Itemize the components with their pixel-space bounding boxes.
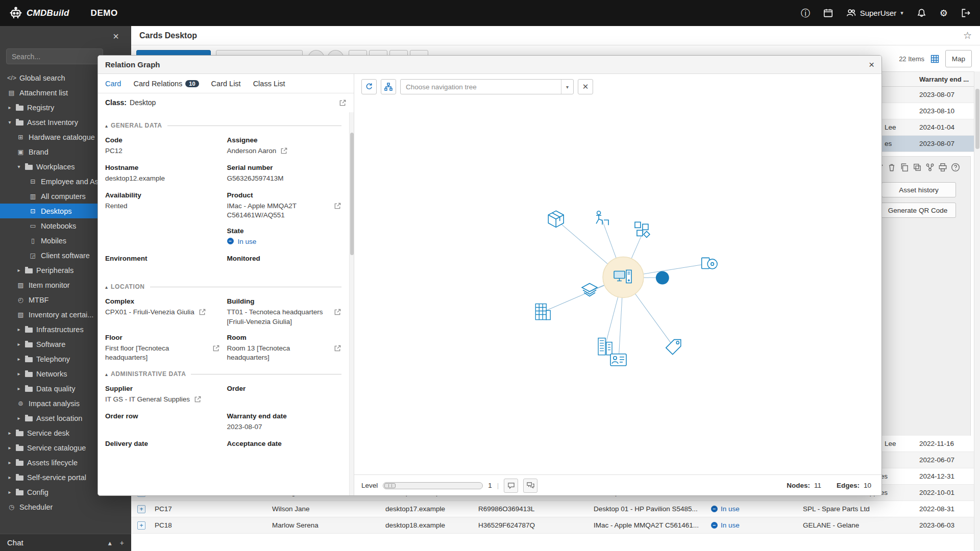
external-link-icon[interactable] bbox=[334, 308, 341, 316]
relations-graph-icon[interactable] bbox=[925, 163, 935, 172]
expand-arrow-icon[interactable]: ▸ bbox=[7, 460, 12, 465]
map-button[interactable]: Map bbox=[945, 50, 972, 67]
clear-navigation-tree-button[interactable]: ✕ bbox=[578, 79, 593, 94]
comment-button[interactable] bbox=[504, 479, 518, 493]
refresh-graph-button[interactable] bbox=[361, 79, 377, 94]
relation-graph[interactable] bbox=[354, 99, 881, 474]
card-panel-scrollbar-thumb[interactable] bbox=[350, 133, 354, 255]
folder-icon bbox=[25, 328, 33, 333]
asset-tag-node[interactable] bbox=[666, 340, 681, 355]
sidebar-close-icon[interactable]: × bbox=[113, 31, 119, 41]
external-link-icon[interactable] bbox=[199, 308, 206, 316]
external-link-icon[interactable] bbox=[194, 395, 202, 403]
sidebar-item-label: Data quality bbox=[36, 385, 76, 393]
field-label: Monitored bbox=[227, 255, 342, 262]
logout-icon[interactable] bbox=[961, 8, 971, 18]
sidebar-item[interactable]: ◷ Scheduler bbox=[0, 499, 131, 514]
chat-add-icon[interactable]: + bbox=[120, 539, 124, 547]
class-group-node[interactable] bbox=[635, 222, 650, 237]
section-administrative-data[interactable]: ADMINISTRATIVE DATA bbox=[105, 370, 341, 378]
external-link-icon[interactable] bbox=[212, 344, 220, 352]
buildings-node[interactable] bbox=[598, 338, 612, 355]
chat-collapse-icon[interactable]: ▴ bbox=[108, 539, 112, 547]
relation-graph-modal: Relation Graph × Card Card Relations10 C… bbox=[97, 55, 882, 496]
favorite-star-icon[interactable]: ☆ bbox=[963, 30, 972, 41]
expand-arrow-icon[interactable]: ▸ bbox=[7, 430, 12, 436]
gear-icon[interactable]: ⚙ bbox=[940, 8, 948, 19]
graph-canvas[interactable] bbox=[354, 99, 881, 474]
expand-arrow-icon[interactable]: ▸ bbox=[16, 356, 21, 362]
plain-node[interactable] bbox=[656, 271, 669, 284]
office-building-node[interactable] bbox=[535, 304, 550, 320]
expand-arrow-icon[interactable]: ▸ bbox=[7, 105, 12, 110]
section-location[interactable]: LOCATION bbox=[105, 283, 341, 290]
level-slider[interactable] bbox=[383, 482, 483, 489]
external-link-icon[interactable] bbox=[280, 147, 288, 155]
print-icon[interactable] bbox=[938, 163, 947, 172]
help-icon[interactable] bbox=[951, 163, 960, 172]
sidebar-item-label: Asset location bbox=[36, 414, 82, 422]
tab-card[interactable]: Card bbox=[105, 80, 121, 88]
field-value: TT01 - Tecnoteca headquarters [Friuli-Ve… bbox=[227, 308, 330, 326]
navigation-tree-select[interactable]: Choose navigation tree ▾ bbox=[400, 79, 574, 94]
copy-icon[interactable] bbox=[900, 163, 909, 172]
grid-scrollbar[interactable] bbox=[974, 71, 980, 551]
expand-arrow-icon[interactable]: ▸ bbox=[16, 415, 21, 421]
generate-qr-button[interactable]: Generate QR Code bbox=[879, 203, 956, 218]
sidebar-item-label: Client software bbox=[41, 252, 90, 260]
select-caret-icon[interactable]: ▾ bbox=[561, 80, 573, 94]
sidebar-item-label: Asset Inventory bbox=[27, 118, 78, 127]
bell-icon[interactable] bbox=[917, 8, 926, 18]
card-panel-scrollbar[interactable] bbox=[349, 112, 354, 496]
external-link-icon[interactable] bbox=[334, 344, 341, 352]
external-link-icon[interactable] bbox=[334, 202, 341, 210]
software-media-node[interactable] bbox=[702, 258, 717, 269]
tab-card-relations[interactable]: Card Relations10 bbox=[133, 80, 199, 88]
section-general-data[interactable]: GENERAL DATA bbox=[105, 122, 341, 129]
level-slider-thumb[interactable] bbox=[384, 483, 396, 488]
user-menu[interactable]: SuperUser ▾ bbox=[846, 8, 903, 18]
expand-arrow-icon[interactable]: ▸ bbox=[16, 267, 21, 273]
table-row[interactable]: + PC18 Marlow Serena desktop18.example H… bbox=[131, 517, 974, 534]
expand-row-icon[interactable]: + bbox=[137, 505, 145, 513]
expand-arrow-icon[interactable]: ▸ bbox=[16, 386, 21, 391]
sidebar-item-label: Hardware catalogue bbox=[29, 133, 95, 141]
navigation-tree-button[interactable] bbox=[381, 79, 396, 94]
modal-close-icon[interactable]: × bbox=[869, 60, 874, 69]
expand-arrow-icon[interactable]: ▸ bbox=[16, 327, 21, 332]
workstation-node[interactable] bbox=[596, 211, 608, 226]
expand-row-icon[interactable]: + bbox=[137, 521, 145, 530]
sidebar-search-input[interactable] bbox=[6, 48, 103, 64]
expand-arrow-icon[interactable]: ▸ bbox=[16, 371, 21, 377]
comments-button[interactable] bbox=[523, 479, 537, 493]
cell-supplier: GELANE - Gelane bbox=[800, 521, 916, 529]
expand-arrow-icon[interactable]: ▾ bbox=[7, 119, 12, 125]
expand-arrow-icon[interactable]: ▸ bbox=[7, 489, 12, 495]
clone-icon[interactable] bbox=[913, 163, 922, 172]
cmdbuild-logo[interactable]: CMDBuild bbox=[9, 7, 69, 20]
cell-warranty-end: 2023-08-10 bbox=[916, 107, 974, 115]
graph-panel: Choose navigation tree ▾ ✕ Level 1 | bbox=[354, 74, 881, 496]
table-row[interactable]: + PC17 Wilson Jane desktop17.example R69… bbox=[131, 501, 974, 517]
expand-arrow-icon[interactable]: ▸ bbox=[7, 474, 12, 480]
chat-bar[interactable]: Chat ▴ + bbox=[0, 534, 131, 551]
users-icon bbox=[846, 8, 856, 18]
grid-view-icon[interactable] bbox=[930, 55, 939, 63]
delete-icon[interactable] bbox=[887, 163, 896, 172]
calendar-icon[interactable] bbox=[823, 8, 833, 18]
open-card-icon[interactable] bbox=[339, 99, 347, 107]
info-icon[interactable]: ⓘ bbox=[801, 7, 810, 19]
employee-badge-node[interactable] bbox=[610, 354, 626, 366]
asset-history-button[interactable]: Asset history bbox=[881, 182, 956, 197]
expand-arrow-icon[interactable]: ▾ bbox=[16, 164, 21, 169]
expand-arrow-icon[interactable]: ▸ bbox=[16, 341, 21, 347]
warranty-column-header[interactable]: Warranty end ... bbox=[919, 76, 969, 83]
cube-node[interactable] bbox=[548, 211, 564, 227]
expand-arrow-icon[interactable]: ▸ bbox=[7, 445, 12, 450]
tab-card-list[interactable]: Card List bbox=[211, 80, 241, 88]
tab-class-list[interactable]: Class List bbox=[253, 80, 285, 88]
refresh-icon bbox=[365, 83, 373, 91]
grid-scrollbar-thumb[interactable] bbox=[975, 89, 979, 149]
state-icon bbox=[711, 506, 718, 512]
level-value: 1 bbox=[488, 482, 492, 489]
